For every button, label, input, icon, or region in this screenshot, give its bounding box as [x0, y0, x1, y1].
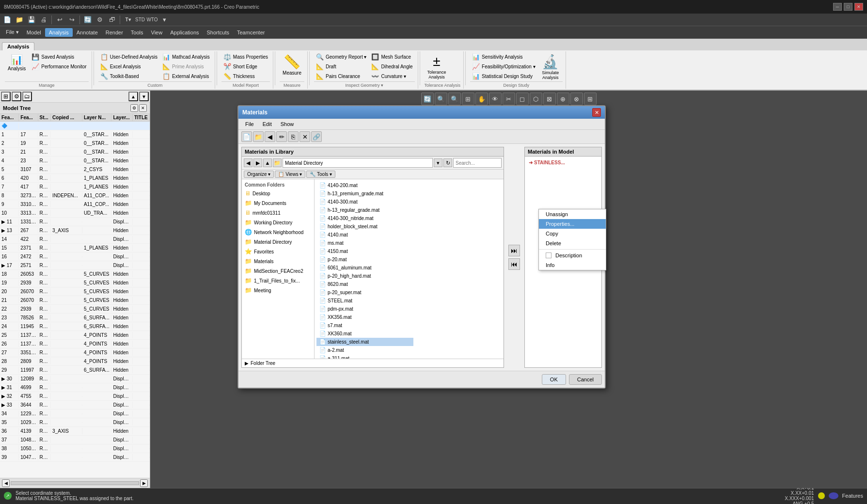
dialog-menu-file[interactable]: File	[241, 120, 258, 128]
redo-button[interactable]: ↪	[66, 15, 77, 25]
table-row[interactable]: 21 26070 Re... 5_CURVES Hidden	[0, 296, 150, 305]
measure-btn[interactable]: 📏 Measure	[280, 52, 304, 77]
curvature-btn[interactable]: 〰️ Curvature ▾	[369, 72, 414, 81]
vp-wireframe-icon[interactable]: ⬡	[530, 93, 542, 105]
file-item[interactable]: 📄 p-20.mat	[316, 255, 413, 264]
thickness-btn[interactable]: 📏 Thickness	[221, 72, 270, 81]
feasibility-btn[interactable]: 📈 Feasibility/Optimization ▾	[470, 62, 537, 71]
draft-btn[interactable]: 📐 Draft	[314, 62, 368, 71]
table-row[interactable]: 24 11945 Re... 6_SURFA... Hidden	[0, 322, 150, 331]
folder-trail[interactable]: 📁 1_Trail_Files_to_fix...	[242, 276, 314, 285]
folder-working-dir[interactable]: 📁 Working Directory	[242, 218, 314, 227]
file-item[interactable]: 📄 4140.mat	[316, 231, 413, 239]
undo-button[interactable]: ↩	[54, 15, 65, 25]
vp-view-icon[interactable]: 👁	[489, 93, 502, 105]
menu-tools[interactable]: Tools	[127, 28, 147, 37]
table-row[interactable]: 1 17 Re... 0__STAR... Hidden	[0, 130, 150, 139]
vp-pan-icon[interactable]: ✋	[475, 93, 488, 105]
table-row[interactable]: 🔷	[0, 122, 150, 130]
prime-btn[interactable]: 📐 Prime Analysis	[160, 62, 212, 71]
lib-nav-up[interactable]: ▲	[263, 158, 272, 167]
vp-rotate-icon[interactable]: 🔄	[421, 93, 434, 105]
maximize-button[interactable]: □	[844, 3, 852, 11]
analysis-btn[interactable]: 📊 Analysis	[5, 52, 29, 73]
table-row[interactable]: 10 331311 Re... UD_TRA... Hidden	[0, 209, 150, 218]
file-item[interactable]: 📄 h-13_regular_grade.mat	[316, 206, 413, 214]
tolerance-btn[interactable]: ± ToleranceAnalysis	[425, 52, 449, 81]
table-row[interactable]: 2 19 Re... 0__STAR... Hidden	[0, 139, 150, 148]
table-row[interactable]: 29 11997 Re... 6_SURFA... Hidden	[0, 366, 150, 375]
table-row[interactable]: 16 2472 Re... Display...	[0, 252, 150, 261]
folder-material-dir[interactable]: 📁 Material Directory	[242, 237, 314, 247]
views-btn[interactable]: 📋 Views ▾	[275, 171, 305, 178]
file-item[interactable]: 📄 XK360.mat	[316, 330, 413, 338]
mass-properties-btn[interactable]: ⚖️ Mass Properties	[221, 52, 270, 62]
model-material-item[interactable]: ➜ STAINLESS...	[527, 158, 599, 167]
filter-icon[interactable]: 🗂	[22, 92, 32, 101]
table-row[interactable]: 9 331070 Re... A11_COP... Hidden	[0, 200, 150, 209]
file-item[interactable]: 📄 XK356.mat	[316, 313, 413, 321]
folder-my-docs[interactable]: 📁 My Documents	[242, 198, 314, 208]
close-button[interactable]: ✕	[854, 3, 863, 11]
saved-analysis-btn[interactable]: 💾 Saved Analysis	[30, 52, 88, 62]
mathcad-btn[interactable]: 📊 Mathcad Analysis	[160, 52, 212, 62]
vp-zoom-fit-icon[interactable]: ⊞	[462, 93, 474, 105]
open-material-btn[interactable]: 📁	[253, 131, 264, 142]
folder-desktop[interactable]: 🖥 Desktop	[242, 189, 314, 198]
table-row[interactable]: ▶ 30 12089 Re... Display...	[0, 375, 150, 383]
dihedral-btn[interactable]: 📐 Dihedral Angle	[369, 62, 414, 71]
table-row[interactable]: 39 104704 Re... Display...	[0, 453, 150, 462]
simulate-btn[interactable]: 🔬 SimulateAnalysis	[538, 52, 563, 81]
scroll-right-btn[interactable]: ▶	[140, 479, 148, 487]
external-btn[interactable]: 📋 External Analysis	[160, 72, 212, 81]
menu-model[interactable]: Model	[23, 28, 45, 37]
folder-midsection[interactable]: 📁 MidSection_FEACreo2	[242, 266, 314, 276]
file-item[interactable]: 📄 p-20_high_hard.mat	[316, 272, 413, 280]
table-row[interactable]: ▶ 17 2571 Re... Display...	[0, 261, 150, 270]
edit-material-btn[interactable]: ✏	[276, 131, 287, 142]
link-material-btn[interactable]: 🔗	[311, 131, 322, 142]
excel-btn[interactable]: 📐 Excel Analysis	[98, 62, 159, 71]
horizontal-scrollbar[interactable]	[11, 481, 139, 485]
dropdown-btn[interactable]: ▾	[159, 15, 170, 25]
file-item[interactable]: 📄 4140-300.mat	[316, 198, 413, 206]
tree-opt-icon[interactable]: ⚙	[130, 104, 138, 112]
table-row[interactable]: 37 104825 Re... Display...	[0, 436, 150, 444]
menu-teamcenter[interactable]: Teamcenter	[233, 28, 268, 37]
cm-info[interactable]: Info	[539, 260, 606, 270]
dialog-close-button[interactable]: ✕	[592, 108, 601, 117]
table-row[interactable]: 38 105068 Re... Display...	[0, 444, 150, 453]
menu-applications[interactable]: Applications	[166, 28, 203, 37]
mesh-surface-btn[interactable]: 🔲 Mesh Surface	[369, 52, 414, 62]
table-row[interactable]: 35 102906 Re... Display...	[0, 418, 150, 427]
new-material-btn[interactable]: 📄	[241, 131, 252, 142]
folder-network[interactable]: 🌐 Network Neighborhood	[242, 227, 314, 237]
table-row[interactable]: ▶ 33 3644 Re... Display...	[0, 401, 150, 410]
vp-zoom-in-icon[interactable]: 🔍	[435, 93, 447, 105]
tab-analysis[interactable]: Analysis	[2, 42, 34, 50]
file-item-selected[interactable]: 📄 stainless_steel.mat	[316, 338, 413, 346]
file-item[interactable]: 📄 4140-300_nitride.mat	[316, 214, 413, 222]
search-input[interactable]	[453, 158, 502, 168]
tree-expand-icon[interactable]: ▼	[139, 92, 149, 101]
transfer-right-btn[interactable]: ⏭	[508, 245, 520, 256]
print-button[interactable]: 🖨	[38, 15, 49, 25]
open-button[interactable]: 📁	[14, 15, 25, 25]
lib-nav-fwd[interactable]: ▶	[253, 158, 262, 167]
short-edge-btn[interactable]: ✂️ Short Edge	[221, 62, 270, 71]
file-item[interactable]: 📄 a-311.mat	[316, 354, 413, 359]
file-item[interactable]: 📄 h-13_premium_grade.mat	[316, 189, 413, 198]
save-button[interactable]: 💾	[26, 15, 37, 25]
table-row[interactable]: 3 21 Re... 0__STAR... Hidden	[0, 148, 150, 157]
path-dropdown-btn[interactable]: ▾	[434, 158, 442, 167]
perf-monitor-btn[interactable]: 📈 Performance Monitor	[30, 62, 88, 71]
user-defined-btn[interactable]: 📋 User-Defined Analysis	[98, 52, 159, 62]
vp-datum-icon[interactable]: ⊕	[557, 93, 569, 105]
tree-settings-icon[interactable]: ⚙	[12, 92, 21, 101]
vp-section-icon[interactable]: ✂	[503, 93, 515, 105]
table-row[interactable]: 6 420 Re... 1_PLANES Hidden	[0, 174, 150, 183]
geometry-report-btn[interactable]: 🔍 Geometry Report ▾	[314, 52, 368, 62]
model-tree-body[interactable]: 🔷 1 17 Re... 0__STAR... Hidden 2 19	[0, 122, 150, 478]
table-row[interactable]: 15 2371 Re... 1_PLANES Hidden	[0, 244, 150, 252]
cm-properties[interactable]: Properties...	[539, 219, 606, 229]
